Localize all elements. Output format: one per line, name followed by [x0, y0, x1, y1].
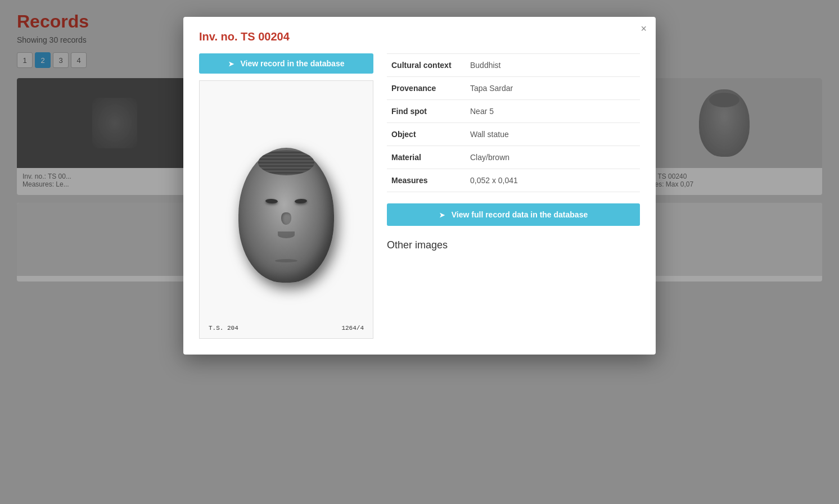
image-annotation-left: T.S. 204: [209, 325, 238, 332]
view-record-button[interactable]: View record in the database: [199, 53, 373, 74]
artifact-image: T.S. 204 1264/4: [199, 80, 373, 339]
info-table-row: ProvenanceTapa Sardar: [387, 77, 640, 100]
modal-right-panel: Cultural contextBuddhistProvenanceTapa S…: [387, 53, 640, 339]
modal-close-button[interactable]: ×: [640, 24, 647, 34]
info-field-value: Clay/brown: [466, 146, 640, 169]
info-field-label: Cultural context: [387, 54, 466, 77]
arrow-full-icon: [439, 210, 447, 219]
info-table-row: Cultural contextBuddhist: [387, 54, 640, 77]
modal-title: Inv. no. TS 00204: [199, 30, 640, 43]
info-table: Cultural contextBuddhistProvenanceTapa S…: [387, 53, 640, 192]
info-field-label: Object: [387, 123, 466, 146]
info-table-row: MaterialClay/brown: [387, 146, 640, 169]
modal-left-panel: View record in the database: [199, 53, 373, 339]
view-record-label: View record in the database: [241, 59, 345, 68]
view-full-label: View full record data in the database: [452, 210, 588, 219]
info-table-row: Find spotNear 5: [387, 100, 640, 123]
info-field-label: Find spot: [387, 100, 466, 123]
info-field-value: Near 5: [466, 100, 640, 123]
other-images-title: Other images: [387, 239, 640, 251]
arrow-icon: [228, 59, 236, 68]
info-field-value: Buddhist: [466, 54, 640, 77]
info-field-label: Measures: [387, 169, 466, 192]
info-field-value: 0,052 x 0,041: [466, 169, 640, 192]
info-field-label: Provenance: [387, 77, 466, 100]
info-table-row: Measures0,052 x 0,041: [387, 169, 640, 192]
info-table-row: ObjectWall statue: [387, 123, 640, 146]
modal: × Inv. no. TS 00204 View record in the d…: [183, 17, 656, 355]
modal-body: View record in the database: [199, 53, 640, 339]
info-field-label: Material: [387, 146, 466, 169]
modal-overlay: × Inv. no. TS 00204 View record in the d…: [0, 0, 839, 504]
info-field-value: Wall statue: [466, 123, 640, 146]
view-full-record-button[interactable]: View full record data in the database: [387, 203, 640, 226]
image-annotation-right: 1264/4: [341, 325, 364, 332]
info-field-value: Tapa Sardar: [466, 77, 640, 100]
